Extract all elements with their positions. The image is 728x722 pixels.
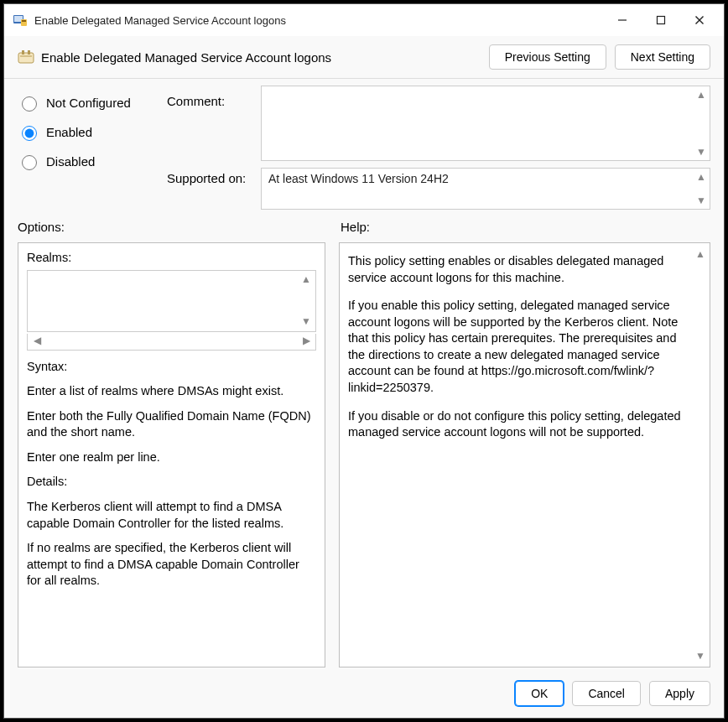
comment-textarea[interactable]: ▲ ▼ <box>261 86 710 161</box>
config-area: Not Configured Enabled Disabled Comment:… <box>4 79 724 215</box>
policy-title: Enable Delegated Managed Service Account… <box>41 50 331 65</box>
options-label: Options: <box>18 220 325 234</box>
field-labels: Comment: Supported on: <box>167 86 254 210</box>
help-paragraph-2: If you enable this policy setting, deleg… <box>348 298 694 396</box>
radio-enabled[interactable]: Enabled <box>18 123 160 141</box>
section-labels: Options: Help: <box>4 215 724 237</box>
svg-rect-9 <box>22 50 24 55</box>
realms-hscrollbar[interactable]: ◀ ▶ <box>27 334 316 351</box>
header-row: Enable Delegated Managed Service Account… <box>4 36 724 79</box>
syntax-line-3: Enter one realm per line. <box>27 449 316 466</box>
policy-icon <box>18 49 34 65</box>
radio-disabled-input[interactable] <box>22 155 37 170</box>
details-head: Details: <box>27 474 316 491</box>
radio-disabled[interactable]: Disabled <box>18 153 160 170</box>
scroll-up-icon[interactable]: ▲ <box>694 170 708 184</box>
syntax-head: Syntax: <box>27 359 316 376</box>
radio-enabled-label: Enabled <box>46 125 92 139</box>
radio-enabled-input[interactable] <box>22 126 37 141</box>
scroll-down-icon[interactable]: ▼ <box>299 314 314 330</box>
scroll-left-icon[interactable]: ◀ <box>29 334 44 349</box>
dialog-window: Enable Delegated Managed Service Account… <box>3 3 725 719</box>
details-line-1: The Kerberos client will attempt to find… <box>27 499 316 532</box>
syntax-line-1: Enter a list of realms where DMSAs might… <box>27 383 316 400</box>
svg-rect-8 <box>18 53 34 63</box>
state-radio-group: Not Configured Enabled Disabled <box>18 86 160 210</box>
comment-label: Comment: <box>167 94 254 159</box>
field-values: ▲ ▼ At least Windows 11 Version 24H2 ▲ ▼ <box>261 86 710 210</box>
help-label: Help: <box>341 220 710 234</box>
svg-rect-10 <box>28 50 30 55</box>
supported-on-box: At least Windows 11 Version 24H2 ▲ ▼ <box>261 168 710 210</box>
options-panel: Realms: ▲ ▼ ◀ ▶ Syntax: Enter a list of … <box>18 242 325 667</box>
close-button[interactable] <box>680 8 719 33</box>
scroll-down-icon[interactable]: ▼ <box>694 145 708 158</box>
scroll-up-icon[interactable]: ▲ <box>694 88 708 101</box>
window-title: Enable Delegated Managed Service Account… <box>34 14 603 27</box>
maximize-button[interactable] <box>642 8 680 33</box>
help-panel: This policy setting enables or disables … <box>339 242 710 667</box>
syntax-line-2: Enter both the Fully Qualified Domain Na… <box>27 408 316 441</box>
ok-button[interactable]: OK <box>515 681 564 706</box>
columns: Realms: ▲ ▼ ◀ ▶ Syntax: Enter a list of … <box>4 237 724 673</box>
radio-not-configured[interactable]: Not Configured <box>18 94 160 112</box>
help-paragraph-3: If you disable or do not configure this … <box>348 408 694 441</box>
supported-on-label: Supported on: <box>167 159 254 185</box>
titlebar: Enable Delegated Managed Service Account… <box>4 4 724 36</box>
details-line-2: If no realms are specified, the Kerberos… <box>27 540 316 590</box>
radio-disabled-label: Disabled <box>46 154 95 169</box>
next-setting-button[interactable]: Next Setting <box>615 44 710 70</box>
scroll-right-icon[interactable]: ▶ <box>299 334 314 349</box>
scroll-up-icon[interactable]: ▲ <box>299 273 314 288</box>
apply-button[interactable]: Apply <box>649 681 710 706</box>
minimize-button[interactable] <box>603 8 642 33</box>
realms-listbox[interactable]: ▲ ▼ <box>27 270 316 332</box>
scroll-down-icon[interactable]: ▼ <box>693 648 708 663</box>
previous-setting-button[interactable]: Previous Setting <box>489 44 606 70</box>
app-icon <box>13 13 28 28</box>
svg-rect-3 <box>22 20 26 22</box>
radio-not-configured-label: Not Configured <box>46 96 131 110</box>
footer: OK Cancel Apply <box>4 673 724 718</box>
cancel-button[interactable]: Cancel <box>572 681 641 706</box>
policy-title-area: Enable Delegated Managed Service Account… <box>18 49 481 65</box>
help-paragraph-1: This policy setting enables or disables … <box>348 253 694 286</box>
scroll-down-icon[interactable]: ▼ <box>694 194 708 207</box>
svg-rect-5 <box>658 17 665 24</box>
realms-label: Realms: <box>27 250 316 267</box>
scroll-up-icon[interactable]: ▲ <box>693 247 708 262</box>
supported-on-text: At least Windows 11 Version 24H2 <box>262 169 710 189</box>
radio-not-configured-input[interactable] <box>22 96 37 112</box>
